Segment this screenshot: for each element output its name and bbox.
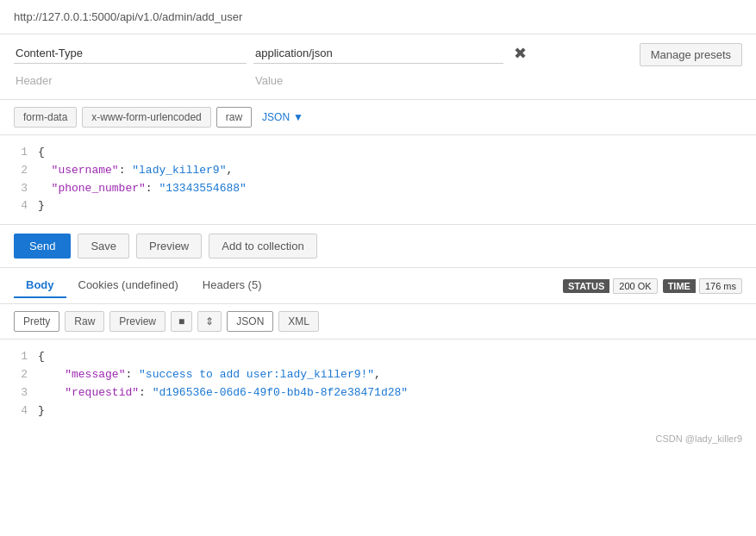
add-to-collection-button[interactable]: Add to collection: [209, 234, 316, 259]
manage-presets-button[interactable]: Manage presets: [640, 43, 742, 66]
placeholder-row: Header Value: [14, 71, 640, 90]
tab-headers[interactable]: Headers (5): [191, 273, 274, 298]
url-bar: http://127.0.0.1:5000/api/v1.0/admin/add…: [0, 0, 756, 34]
line-number: 3: [14, 180, 28, 198]
pretty-button[interactable]: Pretty: [14, 311, 59, 332]
clear-header-button[interactable]: ✖: [510, 46, 530, 61]
time-badge: TIME 176 ms: [663, 278, 742, 294]
form-data-button[interactable]: form-data: [14, 107, 77, 128]
save-button[interactable]: Save: [78, 234, 129, 259]
resp-code-line-4: 4 }: [14, 402, 742, 421]
status-badge: STATUS 200 OK: [563, 278, 658, 294]
footer-credit: CSDN @lady_killer9: [0, 428, 756, 449]
request-code-editor[interactable]: 1 { 2 "username": "lady_killer9", 3 "pho…: [0, 135, 756, 225]
code-content: "phone_number": "13343554688": [38, 180, 742, 198]
wrap-icon-button[interactable]: ⇕: [197, 311, 222, 332]
code-content: }: [38, 402, 742, 421]
copy-icon: ■: [178, 315, 184, 327]
action-bar: Send Save Preview Add to collection: [0, 225, 756, 268]
code-content: {: [38, 144, 742, 162]
response-format-bar: Pretty Raw Preview ■ ⇕ JSON XML: [0, 304, 756, 340]
raw-response-button[interactable]: Raw: [65, 311, 104, 332]
header-placeholder-key: Header: [14, 71, 247, 90]
resp-code-line-1: 1 {: [14, 348, 742, 366]
code-content: "message": "success to add user:lady_kil…: [38, 366, 742, 384]
line-number: 3: [14, 384, 28, 402]
code-content: {: [38, 348, 742, 366]
status-badges: STATUS 200 OK TIME 176 ms: [563, 278, 742, 294]
header-key-input[interactable]: [14, 43, 247, 64]
code-line-1: 1 {: [14, 144, 742, 162]
body-type-bar: form-data x-www-form-urlencoded raw JSON…: [0, 100, 756, 135]
headers-section: ✖ Header Value Manage presets: [0, 34, 756, 100]
json-label: JSON: [262, 111, 290, 123]
wrap-icon: ⇕: [205, 315, 214, 327]
json-type-button[interactable]: JSON: [227, 311, 273, 332]
header-value-input[interactable]: [253, 43, 503, 64]
line-number: 2: [14, 366, 28, 384]
preview-button[interactable]: Preview: [136, 234, 202, 259]
code-line-2: 2 "username": "lady_killer9",: [14, 162, 742, 180]
line-number: 1: [14, 348, 28, 366]
code-line-3: 3 "phone_number": "13343554688": [14, 180, 742, 198]
credit-text: CSDN @lady_killer9: [656, 433, 742, 444]
preview-response-button[interactable]: Preview: [109, 311, 166, 332]
code-content: }: [38, 197, 742, 215]
line-number: 1: [14, 144, 28, 162]
time-label: TIME: [663, 279, 696, 293]
copy-icon-button[interactable]: ■: [171, 311, 192, 332]
xml-type-button[interactable]: XML: [278, 311, 319, 332]
time-value: 176 ms: [699, 278, 742, 294]
url-value: http://127.0.0.1:5000/api/v1.0/admin/add…: [14, 10, 242, 23]
send-button[interactable]: Send: [14, 234, 71, 259]
chevron-down-icon: ▼: [293, 111, 303, 123]
code-content: "requestid": "d196536e-06d6-49f0-bb4b-8f…: [38, 384, 742, 402]
response-tabs: Body Cookies (undefined) Headers (5) STA…: [0, 268, 756, 304]
header-placeholder-value: Value: [253, 71, 503, 90]
json-dropdown-button[interactable]: JSON ▼: [257, 108, 309, 127]
resp-code-line-2: 2 "message": "success to add user:lady_k…: [14, 366, 742, 384]
x-www-form-urlencoded-button[interactable]: x-www-form-urlencoded: [82, 107, 210, 128]
status-label: STATUS: [563, 279, 609, 293]
tab-body[interactable]: Body: [14, 273, 66, 298]
code-content: "username": "lady_killer9",: [38, 162, 742, 180]
tab-cookies[interactable]: Cookies (undefined): [66, 273, 191, 298]
line-number: 4: [14, 402, 28, 421]
line-number: 2: [14, 162, 28, 180]
resp-code-line-3: 3 "requestid": "d196536e-06d6-49f0-bb4b-…: [14, 384, 742, 402]
header-row-1: ✖: [14, 43, 640, 64]
status-value: 200 OK: [613, 278, 657, 294]
raw-button[interactable]: raw: [216, 107, 252, 128]
code-line-4: 4 }: [14, 197, 742, 215]
response-code-editor: 1 { 2 "message": "success to add user:la…: [0, 340, 756, 428]
line-number: 4: [14, 197, 28, 215]
